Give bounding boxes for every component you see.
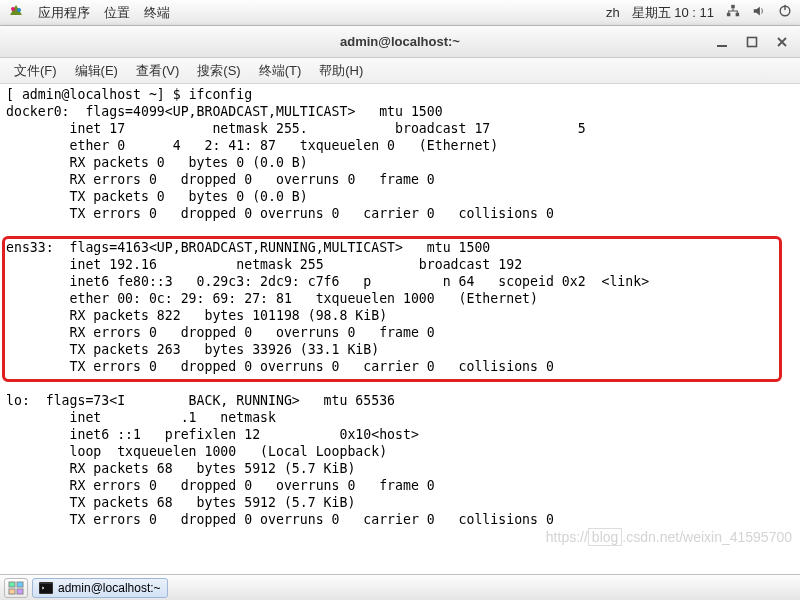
out-ens33-l2: inet6 fe80::3 0.29c3: 2dc9: c7f6 p n 64 … (6, 274, 649, 289)
menu-terminal[interactable]: 终端(T) (251, 60, 310, 82)
window-titlebar[interactable]: admin@localhost:~ (0, 26, 800, 58)
svg-rect-10 (17, 582, 23, 587)
svg-rect-14 (40, 584, 52, 593)
clock[interactable]: 星期五 10 : 11 (632, 4, 714, 22)
svg-rect-6 (784, 5, 785, 10)
gnome-top-panel: 应用程序 位置 终端 zh 星期五 10 : 11 (0, 0, 800, 26)
terminal-menubar: 文件(F) 编辑(E) 查看(V) 搜索(S) 终端(T) 帮助(H) (0, 58, 800, 84)
taskbar-item-label: admin@localhost:~ (58, 581, 161, 595)
svg-rect-12 (17, 589, 23, 594)
out-docker0-l0: docker0: flags=4099<UP,BROADCAST,MULTICA… (6, 104, 443, 119)
out-lo-l7: TX errors 0 dropped 0 overruns 0 carrier… (6, 512, 554, 527)
command: ifconfig (189, 87, 253, 102)
svg-rect-4 (736, 13, 740, 17)
out-ens33-l7: TX errors 0 dropped 0 overruns 0 carrier… (6, 359, 554, 374)
svg-rect-11 (9, 589, 15, 594)
svg-point-0 (11, 7, 15, 11)
menu-view[interactable]: 查看(V) (128, 60, 187, 82)
out-ens33-l0: ens33: flags=4163<UP,BROADCAST,RUNNING,M… (6, 240, 490, 255)
menu-edit[interactable]: 编辑(E) (67, 60, 126, 82)
out-lo-l3: loop txqueuelen 1000 (Local Loopback) (6, 444, 387, 459)
menu-search[interactable]: 搜索(S) (189, 60, 248, 82)
out-docker0-l4: RX errors 0 dropped 0 overruns 0 frame 0 (6, 172, 435, 187)
out-lo-l2: inet6 ::1 prefixlen 12 0x10<host> (6, 427, 419, 442)
top-menu-terminal[interactable]: 终端 (144, 4, 170, 22)
terminal-output[interactable]: [ admin@localhost ~] $ ifconfig docker0:… (0, 84, 800, 575)
out-lo-l6: TX packets 68 bytes 5912 (5.7 KiB) (6, 495, 355, 510)
terminal-window: admin@localhost:~ 文件(F) 编辑(E) 查看(V) 搜索(S… (0, 26, 800, 575)
window-title: admin@localhost:~ (340, 34, 460, 49)
network-icon[interactable] (726, 4, 740, 21)
out-docker0-l1: inet 17 netmask 255. broadcast 17 5 (6, 121, 586, 136)
taskbar-item-terminal[interactable]: admin@localhost:~ (32, 578, 168, 598)
menu-file[interactable]: 文件(F) (6, 60, 65, 82)
out-lo-l5: RX errors 0 dropped 0 overruns 0 frame 0 (6, 478, 435, 493)
out-ens33-l3: ether 00: 0c: 29: 69: 27: 81 txqueuelen … (6, 291, 538, 306)
volume-icon[interactable] (752, 4, 766, 21)
out-lo-l1: inet .1 netmask (6, 410, 332, 425)
out-ens33-l6: TX packets 263 bytes 33926 (33.1 KiB) (6, 342, 379, 357)
minimize-button[interactable] (710, 30, 734, 54)
out-ens33-l1: inet 192.16 netmask 255 broadcast 192 (6, 257, 578, 272)
svg-point-1 (17, 8, 21, 12)
out-docker0-l2: ether 0 4 2: 41: 87 txqueuelen 0 (Ethern… (6, 138, 498, 153)
out-docker0-l5: TX packets 0 bytes 0 (0.0 B) (6, 189, 308, 204)
top-menu-apps[interactable]: 应用程序 (38, 4, 90, 22)
out-ens33-l5: RX errors 0 dropped 0 overruns 0 frame 0 (6, 325, 435, 340)
svg-rect-9 (9, 582, 15, 587)
close-button[interactable] (770, 30, 794, 54)
csdn-watermark: https://blog.csdn.net/weixin_41595700 (546, 528, 792, 546)
out-lo-l0: lo: flags=73<I BACK, RUNNING> mtu 65536 (6, 393, 395, 408)
activities-app-icon[interactable] (8, 3, 24, 22)
svg-rect-7 (717, 45, 727, 47)
desktop: admin@localhost:~ 文件(F) 编辑(E) 查看(V) 搜索(S… (0, 26, 800, 574)
keyboard-layout-indicator[interactable]: zh (606, 5, 620, 20)
show-desktop-button[interactable] (4, 578, 28, 598)
svg-rect-8 (748, 37, 757, 46)
top-menu-places[interactable]: 位置 (104, 4, 130, 22)
power-icon[interactable] (778, 4, 792, 21)
out-docker0-l6: TX errors 0 dropped 0 overruns 0 carrier… (6, 206, 554, 221)
out-docker0-l3: RX packets 0 bytes 0 (0.0 B) (6, 155, 308, 170)
svg-rect-2 (731, 5, 735, 9)
menu-help[interactable]: 帮助(H) (311, 60, 371, 82)
maximize-button[interactable] (740, 30, 764, 54)
shell-prompt: [ admin@localhost ~] $ (6, 87, 189, 102)
out-lo-l4: RX packets 68 bytes 5912 (5.7 KiB) (6, 461, 355, 476)
out-ens33-l4: RX packets 822 bytes 101198 (98.8 KiB) (6, 308, 387, 323)
gnome-bottom-panel: admin@localhost:~ (0, 574, 800, 600)
svg-rect-3 (727, 13, 731, 17)
